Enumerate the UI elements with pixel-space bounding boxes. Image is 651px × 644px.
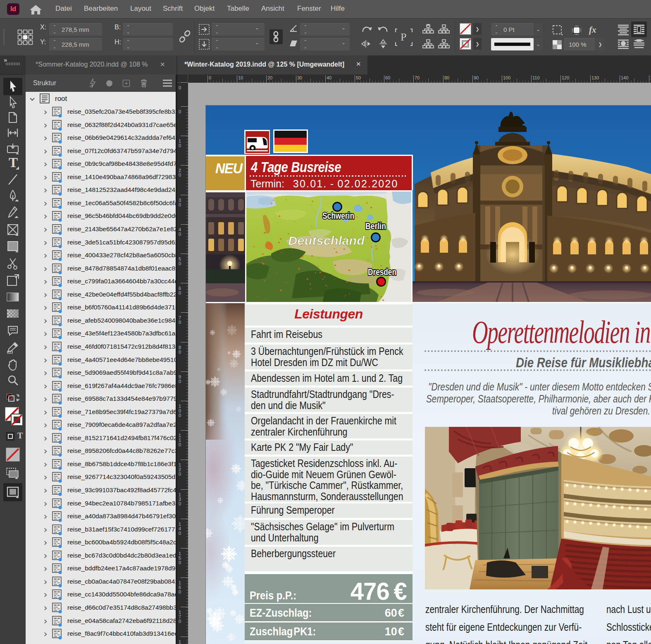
svg-text:P: P [401, 31, 406, 43]
svg-text:Deutschland: Deutschland [288, 234, 365, 247]
svg-text:Berlin: Berlin [365, 221, 386, 231]
svg-text:Dresden: Dresden [368, 267, 396, 277]
svg-text:Schwerin: Schwerin [322, 211, 354, 221]
